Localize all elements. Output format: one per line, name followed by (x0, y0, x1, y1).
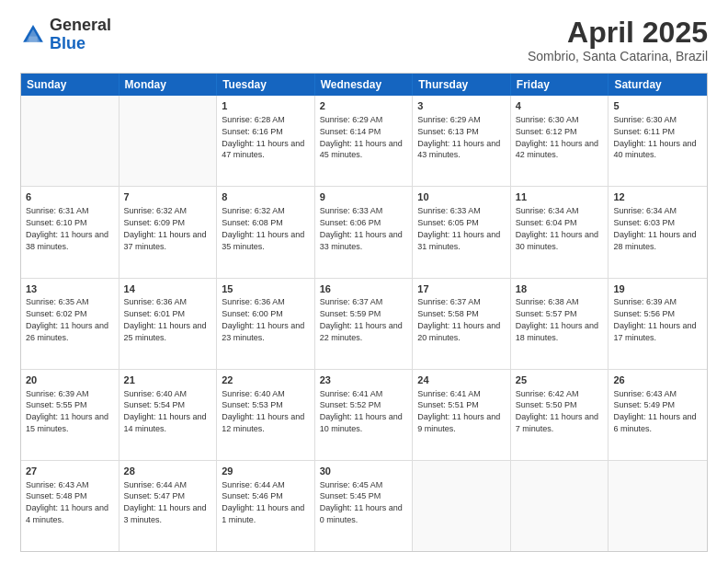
logo-blue: Blue (50, 35, 111, 53)
logo-text: General Blue (50, 17, 111, 53)
logo: General Blue (20, 17, 111, 53)
calendar-grid: SundayMondayTuesdayWednesdayThursdayFrid… (20, 73, 708, 552)
day-number: 14 (124, 282, 212, 296)
cell-info: Sunrise: 6:44 AM Sunset: 5:46 PM Dayligh… (222, 480, 304, 524)
month-title: April 2025 (528, 17, 708, 49)
day-number: 25 (516, 373, 604, 387)
calendar-cell: 4Sunrise: 6:30 AM Sunset: 6:12 PM Daylig… (511, 96, 609, 186)
cell-info: Sunrise: 6:34 AM Sunset: 6:04 PM Dayligh… (516, 206, 598, 250)
day-number: 11 (516, 190, 604, 204)
cell-info: Sunrise: 6:44 AM Sunset: 5:47 PM Dayligh… (124, 480, 207, 524)
calendar-cell: 30Sunrise: 6:45 AM Sunset: 5:45 PM Dayli… (315, 461, 414, 551)
page-header: General Blue April 2025 Sombrio, Santa C… (20, 17, 708, 63)
day-number: 10 (417, 190, 506, 204)
cell-info: Sunrise: 6:43 AM Sunset: 5:48 PM Dayligh… (26, 480, 108, 524)
day-number: 24 (417, 373, 506, 387)
cell-info: Sunrise: 6:40 AM Sunset: 5:54 PM Dayligh… (124, 389, 207, 433)
calendar-cell: 8Sunrise: 6:32 AM Sunset: 6:08 PM Daylig… (217, 187, 315, 277)
day-number: 29 (222, 465, 310, 478)
cell-info: Sunrise: 6:45 AM Sunset: 5:45 PM Dayligh… (320, 480, 403, 524)
svg-rect-2 (28, 36, 37, 41)
calendar-cell: 2Sunrise: 6:29 AM Sunset: 6:14 PM Daylig… (315, 96, 414, 186)
logo-icon (20, 22, 46, 48)
calendar-cell: 15Sunrise: 6:36 AM Sunset: 6:00 PM Dayli… (217, 279, 315, 369)
calendar-header-tuesday: Tuesday (217, 74, 315, 96)
logo-general: General (50, 17, 111, 35)
calendar-cell: 17Sunrise: 6:37 AM Sunset: 5:58 PM Dayli… (413, 279, 511, 369)
day-number: 6 (26, 190, 114, 204)
day-number: 9 (320, 190, 408, 204)
title-block: April 2025 Sombrio, Santa Catarina, Braz… (528, 17, 708, 63)
day-number: 16 (320, 282, 408, 296)
calendar-header-friday: Friday (511, 74, 609, 96)
cell-info: Sunrise: 6:42 AM Sunset: 5:50 PM Dayligh… (516, 389, 598, 433)
cell-info: Sunrise: 6:30 AM Sunset: 6:11 PM Dayligh… (613, 115, 696, 159)
day-number: 22 (222, 373, 310, 387)
calendar-header-row: SundayMondayTuesdayWednesdayThursdayFrid… (21, 74, 707, 96)
location-subtitle: Sombrio, Santa Catarina, Brazil (528, 49, 708, 63)
calendar-cell: 29Sunrise: 6:44 AM Sunset: 5:46 PM Dayli… (217, 461, 315, 551)
day-number: 23 (320, 373, 408, 387)
day-number: 19 (613, 282, 702, 296)
calendar-cell: 16Sunrise: 6:37 AM Sunset: 5:59 PM Dayli… (315, 279, 414, 369)
calendar-cell: 20Sunrise: 6:39 AM Sunset: 5:55 PM Dayli… (21, 370, 119, 460)
calendar-cell: 28Sunrise: 6:44 AM Sunset: 5:47 PM Dayli… (119, 461, 218, 551)
cell-info: Sunrise: 6:33 AM Sunset: 6:05 PM Dayligh… (417, 206, 500, 250)
calendar-cell: 5Sunrise: 6:30 AM Sunset: 6:11 PM Daylig… (609, 96, 707, 186)
calendar-cell: 21Sunrise: 6:40 AM Sunset: 5:54 PM Dayli… (119, 370, 218, 460)
day-number: 12 (613, 190, 702, 204)
calendar-cell (21, 96, 119, 186)
cell-info: Sunrise: 6:41 AM Sunset: 5:51 PM Dayligh… (417, 389, 500, 433)
calendar-cell: 22Sunrise: 6:40 AM Sunset: 5:53 PM Dayli… (217, 370, 315, 460)
calendar-header-wednesday: Wednesday (315, 74, 414, 96)
calendar-cell: 27Sunrise: 6:43 AM Sunset: 5:48 PM Dayli… (21, 461, 119, 551)
cell-info: Sunrise: 6:39 AM Sunset: 5:55 PM Dayligh… (26, 389, 108, 433)
calendar-cell: 6Sunrise: 6:31 AM Sunset: 6:10 PM Daylig… (21, 187, 119, 277)
cell-info: Sunrise: 6:31 AM Sunset: 6:10 PM Dayligh… (26, 206, 108, 250)
calendar-week-3: 13Sunrise: 6:35 AM Sunset: 6:02 PM Dayli… (21, 279, 707, 370)
calendar-cell: 18Sunrise: 6:38 AM Sunset: 5:57 PM Dayli… (511, 279, 609, 369)
cell-info: Sunrise: 6:36 AM Sunset: 6:01 PM Dayligh… (124, 297, 207, 341)
day-number: 7 (124, 190, 212, 204)
cell-info: Sunrise: 6:37 AM Sunset: 5:58 PM Dayligh… (417, 297, 500, 341)
calendar-week-1: 1Sunrise: 6:28 AM Sunset: 6:16 PM Daylig… (21, 96, 707, 187)
calendar-page: General Blue April 2025 Sombrio, Santa C… (0, 0, 728, 563)
calendar-cell (413, 461, 511, 551)
calendar-body: 1Sunrise: 6:28 AM Sunset: 6:16 PM Daylig… (21, 96, 707, 551)
calendar-cell: 24Sunrise: 6:41 AM Sunset: 5:51 PM Dayli… (413, 370, 511, 460)
day-number: 21 (124, 373, 212, 387)
calendar-cell: 3Sunrise: 6:29 AM Sunset: 6:13 PM Daylig… (413, 96, 511, 186)
day-number: 17 (417, 282, 506, 296)
calendar-week-5: 27Sunrise: 6:43 AM Sunset: 5:48 PM Dayli… (21, 461, 707, 551)
cell-info: Sunrise: 6:40 AM Sunset: 5:53 PM Dayligh… (222, 389, 304, 433)
cell-info: Sunrise: 6:38 AM Sunset: 5:57 PM Dayligh… (516, 297, 598, 341)
cell-info: Sunrise: 6:34 AM Sunset: 6:03 PM Dayligh… (613, 206, 696, 250)
calendar-cell: 12Sunrise: 6:34 AM Sunset: 6:03 PM Dayli… (609, 187, 707, 277)
calendar-cell: 23Sunrise: 6:41 AM Sunset: 5:52 PM Dayli… (315, 370, 414, 460)
calendar-header-sunday: Sunday (21, 74, 119, 96)
day-number: 4 (516, 99, 604, 113)
calendar-cell: 25Sunrise: 6:42 AM Sunset: 5:50 PM Dayli… (511, 370, 609, 460)
cell-info: Sunrise: 6:28 AM Sunset: 6:16 PM Dayligh… (222, 115, 304, 159)
cell-info: Sunrise: 6:39 AM Sunset: 5:56 PM Dayligh… (613, 297, 696, 341)
cell-info: Sunrise: 6:30 AM Sunset: 6:12 PM Dayligh… (516, 115, 598, 159)
day-number: 26 (613, 373, 702, 387)
calendar-cell: 13Sunrise: 6:35 AM Sunset: 6:02 PM Dayli… (21, 279, 119, 369)
cell-info: Sunrise: 6:29 AM Sunset: 6:13 PM Dayligh… (417, 115, 500, 159)
day-number: 27 (26, 465, 114, 478)
day-number: 1 (222, 99, 310, 113)
calendar-header-monday: Monday (119, 74, 218, 96)
day-number: 5 (613, 99, 702, 113)
cell-info: Sunrise: 6:43 AM Sunset: 5:49 PM Dayligh… (613, 389, 696, 433)
calendar-header-saturday: Saturday (609, 74, 707, 96)
calendar-cell: 26Sunrise: 6:43 AM Sunset: 5:49 PM Dayli… (609, 370, 707, 460)
calendar-week-2: 6Sunrise: 6:31 AM Sunset: 6:10 PM Daylig… (21, 187, 707, 278)
cell-info: Sunrise: 6:35 AM Sunset: 6:02 PM Dayligh… (26, 297, 108, 341)
calendar-week-4: 20Sunrise: 6:39 AM Sunset: 5:55 PM Dayli… (21, 370, 707, 461)
calendar-cell: 7Sunrise: 6:32 AM Sunset: 6:09 PM Daylig… (119, 187, 218, 277)
cell-info: Sunrise: 6:32 AM Sunset: 6:09 PM Dayligh… (124, 206, 207, 250)
calendar-cell: 9Sunrise: 6:33 AM Sunset: 6:06 PM Daylig… (315, 187, 414, 277)
cell-info: Sunrise: 6:32 AM Sunset: 6:08 PM Dayligh… (222, 206, 304, 250)
calendar-cell: 10Sunrise: 6:33 AM Sunset: 6:05 PM Dayli… (413, 187, 511, 277)
calendar-cell: 19Sunrise: 6:39 AM Sunset: 5:56 PM Dayli… (609, 279, 707, 369)
